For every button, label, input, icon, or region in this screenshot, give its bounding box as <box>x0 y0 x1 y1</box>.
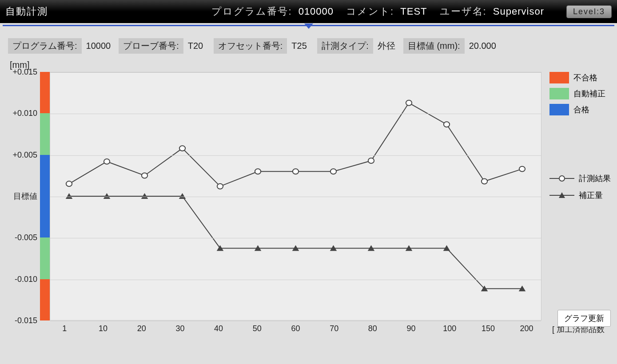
legend-pass-label: 合格 <box>573 104 589 115</box>
plot-area <box>50 72 541 320</box>
program-number-label: プログラム番号: <box>211 6 292 17</box>
program-number-display: プログラム番号: 010000 <box>211 5 334 18</box>
param-target-label: 目標値 (mm): <box>403 38 465 54</box>
y-tick-label: +0.005 <box>12 150 37 159</box>
param-offset-no: オフセット番号: T25 <box>214 38 310 54</box>
param-program-no-label: プログラム番号: <box>8 38 82 54</box>
header-info: プログラム番号: 010000 コメント: TEST ユーザ名: Supervi… <box>211 5 612 18</box>
x-tick-label: 150 <box>469 324 508 335</box>
x-tick-label: 40 <box>199 324 238 335</box>
triangle-marker-icon <box>549 191 574 200</box>
x-tick-label: 20 <box>122 324 161 335</box>
grid-line <box>50 197 541 197</box>
color-band-segment <box>40 237 50 279</box>
param-probe-no-label: プローブ番号: <box>119 38 183 54</box>
x-axis-labels: 1102030405060708090100150200[ 加工済部品数 <box>0 324 617 335</box>
data-point-circle <box>519 166 525 172</box>
x-tick-label: 60 <box>276 324 315 335</box>
x-tick-label: 1 <box>45 324 84 335</box>
y-tick-label: 目標値 <box>13 191 37 202</box>
progress-line <box>0 24 617 28</box>
data-point-circle <box>406 100 412 106</box>
series-legend: 計測結果 補正量 <box>549 173 613 201</box>
param-program-no: プログラム番号: 10000 <box>8 38 111 54</box>
y-tick-label: -0.010 <box>15 274 37 284</box>
x-tick-label: 80 <box>354 324 392 335</box>
user-value: Supervisor <box>493 6 544 17</box>
legend-panel: 不合格 自動補正 合格 計測結果 補正量 <box>541 72 613 320</box>
comment-value: TEST <box>400 6 427 17</box>
legend-auto-swatch <box>549 88 569 99</box>
page-title: 自動計測 <box>5 5 48 18</box>
legend-pass-swatch <box>549 104 569 115</box>
data-point-circle <box>330 169 336 174</box>
series-correction-label: 補正量 <box>579 190 603 201</box>
x-tick-label: 70 <box>315 324 354 335</box>
y-tick-label: +0.010 <box>12 109 37 118</box>
series-measure: 計測結果 <box>549 173 613 184</box>
param-measure-type-label: 計測タイプ: <box>317 38 373 54</box>
svg-point-1 <box>559 176 565 181</box>
chart-area: +0.015+0.010+0.005目標値-0.005-0.010-0.015 … <box>0 70 617 320</box>
data-point-circle <box>482 179 487 184</box>
data-point-circle <box>293 169 299 174</box>
circle-marker-icon <box>549 174 574 183</box>
grid-line <box>50 280 541 280</box>
legend-auto-label: 自動補正 <box>573 88 605 99</box>
x-tick-label: 100 <box>430 324 469 335</box>
graph-update-button[interactable]: グラフ更新 <box>557 310 611 327</box>
user-display: ユーザ名: Supervisor <box>440 5 544 18</box>
param-probe-no-value: T20 <box>188 41 206 51</box>
legend-pass: 合格 <box>549 104 613 115</box>
param-measure-type-value: 外径 <box>378 40 395 52</box>
x-tick-label: 50 <box>238 324 276 335</box>
legend-fail-swatch <box>549 72 569 83</box>
data-point-circle <box>142 173 147 178</box>
level-badge: Level:3 <box>566 5 612 18</box>
series-measure-label: 計測結果 <box>579 173 611 184</box>
param-target-value: 20.000 <box>469 41 496 51</box>
param-probe-no: プローブ番号: T20 <box>119 38 206 54</box>
progress-marker-icon <box>304 24 313 29</box>
data-point-circle <box>444 122 450 127</box>
data-point-circle <box>179 146 185 151</box>
grid-line <box>50 114 541 114</box>
comment-label: コメント: <box>346 6 394 17</box>
grid-line <box>50 72 541 73</box>
param-offset-no-label: オフセット番号: <box>214 38 287 54</box>
color-band-segment <box>40 113 50 154</box>
series-correction: 補正量 <box>549 190 613 201</box>
x-tick-label: 90 <box>392 324 430 335</box>
data-point-circle <box>104 159 110 164</box>
data-point-circle <box>66 181 72 186</box>
program-number-value: 010000 <box>299 6 334 17</box>
comment-display: コメント: TEST <box>346 5 427 18</box>
param-offset-no-value: T25 <box>291 41 309 51</box>
y-axis-labels: +0.015+0.010+0.005目標値-0.005-0.010-0.015 <box>4 72 40 320</box>
legend-auto: 自動補正 <box>549 88 613 99</box>
data-point-circle <box>255 169 261 174</box>
grid-line <box>50 238 541 238</box>
user-label: ユーザ名: <box>440 6 487 17</box>
legend-fail: 不合格 <box>549 72 613 83</box>
param-measure-type: 計測タイプ: 外径 <box>317 38 395 54</box>
y-tick-label: -0.005 <box>15 233 37 242</box>
color-band-segment <box>40 72 50 113</box>
data-point-circle <box>217 184 223 189</box>
y-tick-label: +0.015 <box>12 67 37 77</box>
plot-svg <box>50 72 541 320</box>
param-target: 目標値 (mm): 20.000 <box>403 38 496 54</box>
color-band-segment <box>40 155 50 238</box>
x-tick-label: 30 <box>161 324 199 335</box>
x-tick-label: 200 <box>507 324 546 335</box>
param-program-no-value: 10000 <box>86 41 111 51</box>
series-line <box>69 196 522 289</box>
color-band-column <box>40 72 50 320</box>
data-point-circle <box>368 158 374 163</box>
y-tick-label: -0.015 <box>15 316 37 325</box>
legend-fail-label: 不合格 <box>573 72 597 83</box>
color-band-segment <box>40 279 50 320</box>
params-row: プログラム番号: 10000 プローブ番号: T20 オフセット番号: T25 … <box>0 28 617 57</box>
x-tick-label: 10 <box>84 324 123 335</box>
grid-line <box>50 155 541 156</box>
